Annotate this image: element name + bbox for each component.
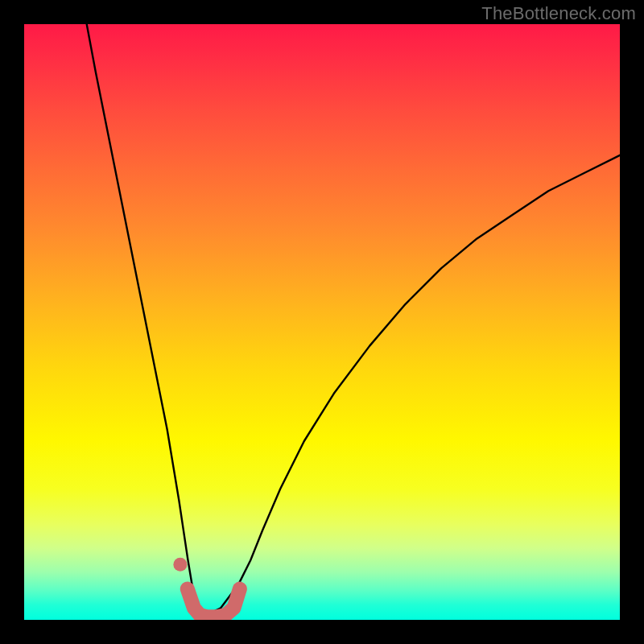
plot-area bbox=[24, 24, 620, 620]
curve-layer bbox=[24, 24, 620, 620]
bottleneck-curve bbox=[87, 24, 620, 614]
watermark-text: TheBottleneck.com bbox=[481, 3, 636, 24]
flat-region-highlight bbox=[188, 589, 240, 617]
detached-dot bbox=[173, 558, 187, 572]
chart-frame: TheBottleneck.com bbox=[0, 0, 644, 644]
